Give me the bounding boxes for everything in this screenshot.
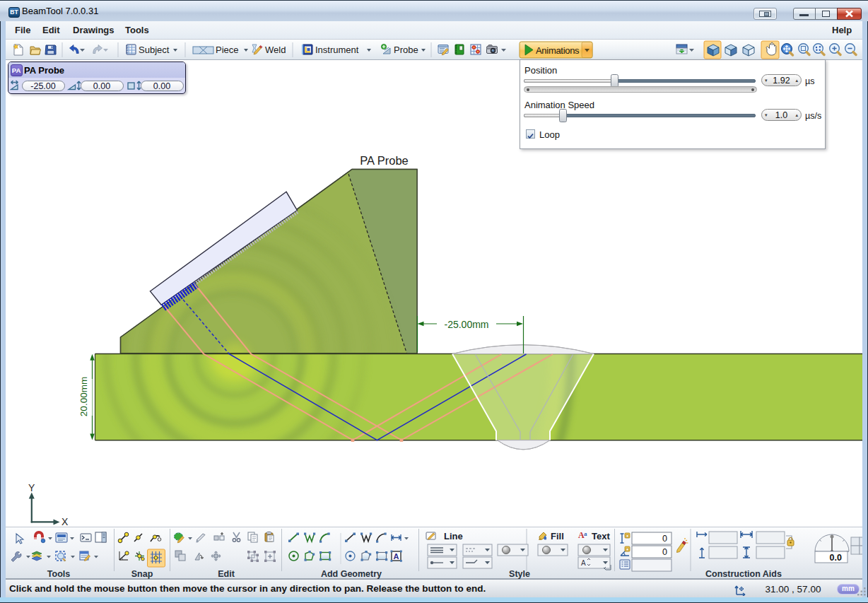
svg-text:-25.00mm: -25.00mm: [444, 319, 488, 330]
svg-text:0.0: 0.0: [830, 553, 842, 563]
svg-text:a: a: [584, 530, 587, 537]
svg-text:PA Probe: PA Probe: [360, 154, 409, 167]
svg-text:A: A: [581, 559, 586, 567]
svg-text:0: 0: [662, 534, 667, 544]
svg-text:Y: Y: [28, 482, 35, 493]
svg-text:A: A: [394, 552, 399, 561]
svg-text:0: 0: [662, 547, 667, 557]
svg-text:X: X: [61, 516, 69, 527]
svg-text:20.00mm: 20.00mm: [78, 377, 89, 416]
